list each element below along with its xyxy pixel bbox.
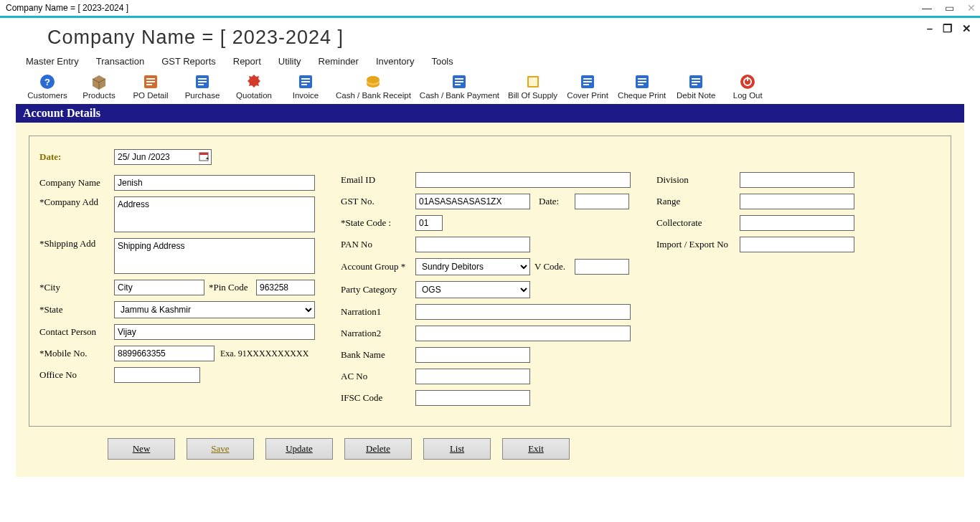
acct-group-label: Account Group * [341,261,415,272]
form-col-1: Date: Company Name *Company Add [39,149,326,412]
collect-label: Collectorate [656,217,740,229]
sale-icon [246,74,262,90]
state-select[interactable]: Jammu & Kashmir [114,301,315,318]
mobile-label: *Mobile No. [39,348,114,359]
city-input[interactable] [114,280,204,295]
toolbar-purchase[interactable]: Purchase [176,74,228,100]
toolbar-cover-print[interactable]: Cover Print [562,74,613,100]
svg-rect-26 [583,84,589,85]
pan-input[interactable] [415,237,530,252]
menu-tools[interactable]: Tools [431,56,453,67]
email-label: Email ID [341,174,415,186]
menu-report[interactable]: Report [233,56,261,67]
menu-master-entry[interactable]: Master Entry [26,56,79,67]
ifsc-label: IFSC Code [341,392,415,404]
toolbar-cheque-print[interactable]: Cheque Print [613,74,670,100]
toolbar-products[interactable]: Products [73,74,125,100]
bank-input[interactable] [415,347,530,363]
company-add-input[interactable] [114,196,315,232]
q-icon: ? [39,74,55,90]
form-panel: Date: Company Name *Company Add [29,136,951,427]
gst-input[interactable] [415,194,530,209]
impexp-input[interactable] [740,237,854,252]
svg-rect-5 [146,84,152,85]
form-wrap: Date: Company Name *Company Add [16,123,964,477]
toolbar-cash-bank-receipt[interactable]: Cash / Bank Receipt [331,74,415,100]
toolbar-label: Debit Note [677,91,715,100]
email-input[interactable] [415,172,631,188]
svg-rect-12 [301,81,310,82]
book-icon [525,74,541,90]
vcode-input[interactable] [575,259,629,275]
menu-gst-reports[interactable]: GST Reports [161,56,216,67]
svg-rect-37 [747,77,748,81]
inner-close-icon[interactable]: ✕ [962,22,971,35]
update-button[interactable]: Update [265,438,333,460]
narr2-input[interactable] [415,326,631,341]
acct-group-select[interactable]: Sundry Debitors [415,258,530,275]
mobile-input[interactable] [114,346,215,361]
shipping-add-label: *Shipping Add [39,238,114,250]
toolbar-cash-bank-payment[interactable]: Cash / Bank Payment [415,74,504,100]
shipping-add-input[interactable] [114,238,315,274]
impexp-label: Import / Export No [656,239,740,250]
state-code-input[interactable] [415,215,443,231]
maximize-icon[interactable]: ▭ [945,2,954,14]
date-input[interactable] [114,149,212,165]
company-name-input[interactable] [114,175,315,191]
print-icon [580,74,595,90]
office-label: Office No [39,369,114,381]
toolbar-invoice[interactable]: Invoice [280,74,331,100]
save-button[interactable]: Save [187,438,254,460]
toolbar-customers[interactable]: ?Customers [22,74,73,100]
svg-rect-7 [198,78,207,80]
svg-rect-28 [638,78,646,80]
menu-inventory[interactable]: Inventory [376,56,414,67]
toolbar-label: Purchase [185,91,220,100]
svg-rect-34 [692,84,697,85]
toolbar-po-detail[interactable]: PO Detail [125,74,176,100]
inner-restore-icon[interactable]: ❐ [943,22,952,35]
menu-reminder[interactable]: Reminder [319,56,359,67]
pin-input[interactable] [256,280,315,295]
toolbar-debit-note[interactable]: Debit Note [670,74,722,100]
toolbar-label: PO Detail [133,91,168,100]
collect-input[interactable] [740,215,854,231]
contact-input[interactable] [114,324,315,340]
gst-label: GST No. [341,196,415,207]
doc-icon [298,74,314,90]
new-button[interactable]: New [108,438,175,460]
svg-rect-22 [529,77,537,86]
ifsc-input[interactable] [415,390,530,406]
minimize-icon[interactable]: — [922,2,932,14]
division-input[interactable] [740,172,854,188]
range-label: Range [656,196,740,207]
range-input[interactable] [740,194,854,209]
vcode-label: V Code. [534,261,575,272]
off-icon [740,74,755,90]
inner-window-controls: – ❐ ✕ [927,22,971,35]
menu-transaction[interactable]: Transaction [96,56,144,67]
toolbar-quotation[interactable]: Quotation [228,74,280,100]
acno-input[interactable] [415,369,530,384]
svg-rect-25 [583,81,592,82]
party-select[interactable]: OGS [415,281,530,298]
inner-minimize-icon[interactable]: – [927,22,933,35]
narr1-input[interactable] [415,304,631,320]
delete-button[interactable]: Delete [344,438,412,460]
office-input[interactable] [114,367,200,383]
gst-date-input[interactable] [575,194,629,209]
toolbar-log-out[interactable]: Log Out [722,74,773,100]
form-col-2: Email ID GST No. Date: *State Code : [341,149,642,412]
exit-button[interactable]: Exit [502,438,570,460]
toolbar-label: Cover Print [567,91,608,100]
division-label: Division [656,174,740,186]
toolbar-label: Cash / Bank Receipt [336,91,411,100]
party-label: Party Category [341,284,415,295]
list-button[interactable]: List [423,438,491,460]
contact-label: Contact Person [39,326,114,338]
menu-utility[interactable]: Utility [278,56,301,67]
svg-rect-13 [301,84,307,85]
close-icon[interactable]: ✕ [967,2,976,14]
toolbar-bill-of-supply[interactable]: Bill Of Supply [504,74,562,100]
